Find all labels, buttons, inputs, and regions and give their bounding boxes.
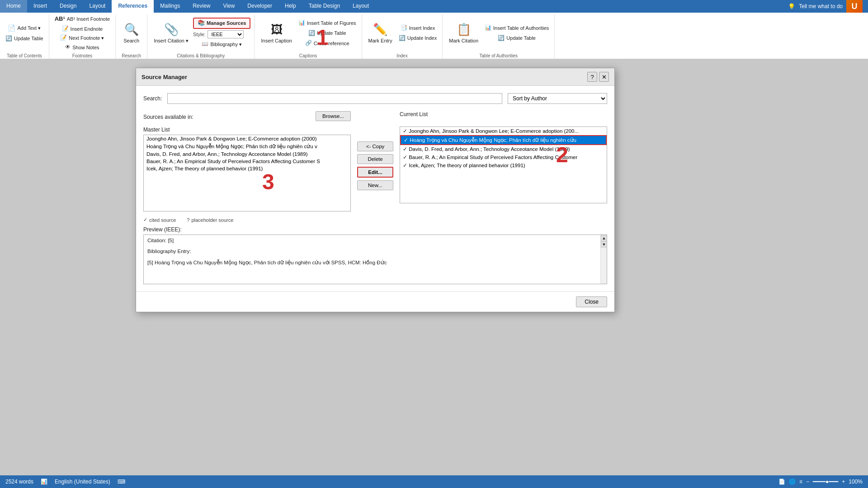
update-table-button[interactable]: 🔄 Update Table bbox=[4, 34, 45, 43]
browse-button[interactable]: Browse... bbox=[316, 111, 351, 121]
zoom-out-button[interactable]: − bbox=[806, 479, 809, 485]
add-text-button[interactable]: 📄 Add Text ▾ bbox=[4, 23, 45, 33]
zoom-in-button[interactable]: + bbox=[842, 479, 845, 485]
endnote-icon: 📝 bbox=[62, 25, 69, 33]
word-count: 2524 words bbox=[5, 479, 33, 485]
tell-me-input[interactable]: Tell me what to do bbox=[799, 3, 843, 9]
master-list[interactable]: Joongho Ahn, Jinsoo Park & Dongwon Lee; … bbox=[143, 135, 351, 211]
captions-group-label: Captions bbox=[299, 52, 317, 59]
view-icon-web[interactable]: 🌐 bbox=[789, 479, 796, 485]
show-notes-button[interactable]: 👁 Show Notes bbox=[53, 43, 112, 52]
list-item[interactable]: Joongho Ahn, Jinsoo Park & Dongwon Lee; … bbox=[144, 135, 350, 142]
annotation-2: 2 bbox=[556, 142, 568, 167]
middle-buttons: <- Copy Delete Edit... New... bbox=[354, 111, 396, 211]
mark-citation-button[interactable]: 📋 Mark Citation bbox=[446, 20, 481, 46]
close-button[interactable]: Close bbox=[576, 296, 607, 307]
footnotes-group-label: Footnotes bbox=[72, 52, 92, 59]
group-footnotes: AB¹ AB¹ Insert Footnote 📝 Insert Endnote… bbox=[49, 14, 116, 59]
copy-button[interactable]: <- Copy bbox=[357, 141, 393, 151]
insert-caption-button[interactable]: 🖼 Insert Caption bbox=[258, 20, 294, 46]
update-icon: 🔄 bbox=[308, 30, 315, 37]
mark-entry-button[interactable]: ✏️ Mark Entry bbox=[366, 20, 395, 46]
tab-home[interactable]: Home bbox=[0, 0, 27, 13]
group-index: ✏️ Mark Entry 📑 Insert Index 🔄 Update In… bbox=[362, 14, 443, 59]
index-group-label: Index bbox=[396, 52, 407, 59]
preview-scrollbar[interactable]: ▲ ▼ bbox=[600, 235, 607, 284]
group-citations: 📎 Insert Citation ▾ 📚 Manage Sources Sty… bbox=[147, 14, 255, 59]
annotation-1: 1 bbox=[316, 25, 329, 50]
table-authorities-icon: 📊 bbox=[485, 24, 491, 32]
tab-layout[interactable]: Layout bbox=[83, 0, 112, 13]
help-button[interactable]: ? bbox=[587, 72, 597, 82]
list-item[interactable]: Davis, D. Fred, and Arbor, Ann.; Technol… bbox=[400, 145, 607, 153]
statusbar-right: 📄 🌐 ≡ − ━━━━●━━━ + 100% bbox=[778, 479, 863, 485]
style-select[interactable]: IEEE bbox=[208, 30, 244, 38]
cross-reference-icon: 🔗 bbox=[305, 40, 312, 47]
toc-items: 📄 Add Text ▾ 🔄 Update Table bbox=[4, 14, 45, 52]
authorities-group-label: Table of Authorities bbox=[480, 52, 518, 59]
sort-select[interactable]: Sort by Author Sort by Title Sort by Yea… bbox=[508, 93, 607, 104]
view-icon-outline[interactable]: ≡ bbox=[799, 479, 802, 485]
language: English (United States) bbox=[55, 479, 110, 485]
tab-view[interactable]: View bbox=[217, 0, 241, 13]
list-item[interactable]: Icek, Ajzen; The theory of planned behav… bbox=[400, 161, 607, 169]
tab-design[interactable]: Design bbox=[53, 0, 83, 13]
list-item[interactable]: Davis, D. Fred, and Arbor, Ann.; Technol… bbox=[144, 150, 350, 158]
insert-citation-button[interactable]: 📎 Insert Citation ▾ bbox=[151, 20, 191, 46]
view-icon-print[interactable]: 📄 bbox=[778, 479, 785, 485]
list-item[interactable]: Icek, Ajzen; The theory of planned behav… bbox=[144, 165, 350, 172]
legend-row: ✓ cited source ? placeholder source bbox=[143, 217, 607, 223]
bibliography-button[interactable]: 📖 Bibliography ▾ bbox=[193, 40, 250, 49]
insert-table-authorities-button[interactable]: 📊 Insert Table of Authorities bbox=[483, 23, 551, 33]
delete-button[interactable]: Delete bbox=[357, 154, 393, 164]
list-item[interactable]: Joongho Ahn, Jinsoo Park & Dongwon Lee; … bbox=[400, 127, 607, 135]
list-item[interactable]: Hoàng Trọng và Chu Nguyễn Mộng Ngọc; Phâ… bbox=[144, 142, 350, 150]
search-button[interactable]: 🔍 Search bbox=[121, 20, 142, 46]
group-toc: 📄 Add Text ▾ 🔄 Update Table Table of Con… bbox=[0, 14, 49, 59]
list-item[interactable]: Bauer, R. A.; An Empirical Study of Perc… bbox=[144, 158, 350, 165]
tab-mailings[interactable]: Mailings bbox=[154, 0, 186, 13]
update-index-button[interactable]: 🔄 Update Index bbox=[397, 34, 439, 43]
search-input[interactable] bbox=[167, 93, 502, 104]
tab-layout2[interactable]: Layout bbox=[346, 0, 375, 13]
preview-bibliography-entry: [5] Hoàng Trọng và Chu Nguyễn Mộng Ngọc,… bbox=[147, 259, 603, 266]
tab-table-design[interactable]: Table Design bbox=[302, 0, 346, 13]
search-row: Search: Sort by Author Sort by Title Sor… bbox=[143, 93, 607, 104]
tab-insert[interactable]: Insert bbox=[27, 0, 53, 13]
citations-group-label: Citations & Bibliography bbox=[177, 52, 225, 59]
list-item[interactable]: Hoàng Trọng và Chu Nguyễn Mộng Ngọc; Phâ… bbox=[400, 135, 607, 145]
search-label: Search: bbox=[143, 95, 162, 102]
close-title-button[interactable]: ✕ bbox=[599, 72, 609, 82]
tab-references[interactable]: References bbox=[112, 0, 154, 13]
next-footnote-button[interactable]: 📝 Next Footnote ▾ bbox=[53, 33, 112, 42]
group-research: 🔍 Search Research bbox=[116, 14, 147, 59]
insert-endnote-button[interactable]: 📝 Insert Endnote bbox=[53, 24, 112, 33]
source-manager-dialog: Source Manager ? ✕ Search: Sort by Autho… bbox=[136, 68, 615, 312]
preview-citation: Citation: [5] bbox=[147, 238, 603, 243]
insert-index-button[interactable]: 📑 Insert Index bbox=[397, 23, 439, 33]
lists-row: Sources available in: Browse... Master L… bbox=[143, 111, 607, 211]
current-list[interactable]: Joongho Ahn, Jinsoo Park & Dongwon Lee; … bbox=[400, 127, 607, 203]
master-list-section: Sources available in: Browse... Master L… bbox=[143, 111, 351, 211]
tab-developer[interactable]: Developer bbox=[241, 0, 278, 13]
zoom-slider[interactable]: ━━━━●━━━ bbox=[813, 479, 838, 485]
edit-button[interactable]: Edit... bbox=[357, 167, 393, 178]
new-button[interactable]: New... bbox=[357, 180, 393, 190]
citation-icon: 📎 bbox=[164, 22, 179, 38]
annotation-3: 3 bbox=[262, 169, 274, 194]
next-footnote-icon: 📝 bbox=[60, 34, 67, 42]
insert-footnote-button[interactable]: AB¹ AB¹ Insert Footnote bbox=[53, 14, 112, 24]
ribbon-tabs: Home Insert Design Layout References Mai… bbox=[0, 0, 868, 13]
update-table-authorities-button[interactable]: 🔄 Update Table bbox=[483, 34, 551, 43]
list-item[interactable]: Bauer, R. A.; An Empirical Study of Perc… bbox=[400, 153, 607, 161]
manage-sources-button[interactable]: 📚 Manage Sources bbox=[193, 18, 250, 29]
sources-available-label: Sources available in: bbox=[143, 114, 193, 120]
add-text-icon: 📄 bbox=[8, 24, 15, 32]
scroll-down-button[interactable]: ▼ bbox=[601, 241, 607, 248]
scroll-up-button[interactable]: ▲ bbox=[601, 235, 607, 241]
group-captions: 🖼 Insert Caption 📊 Insert Table of Figur… bbox=[255, 14, 362, 59]
tab-review[interactable]: Review bbox=[186, 0, 217, 13]
master-list-label: Master List bbox=[143, 127, 351, 133]
tab-help[interactable]: Help bbox=[278, 0, 302, 13]
legend-cited: ✓ cited source bbox=[143, 217, 176, 223]
